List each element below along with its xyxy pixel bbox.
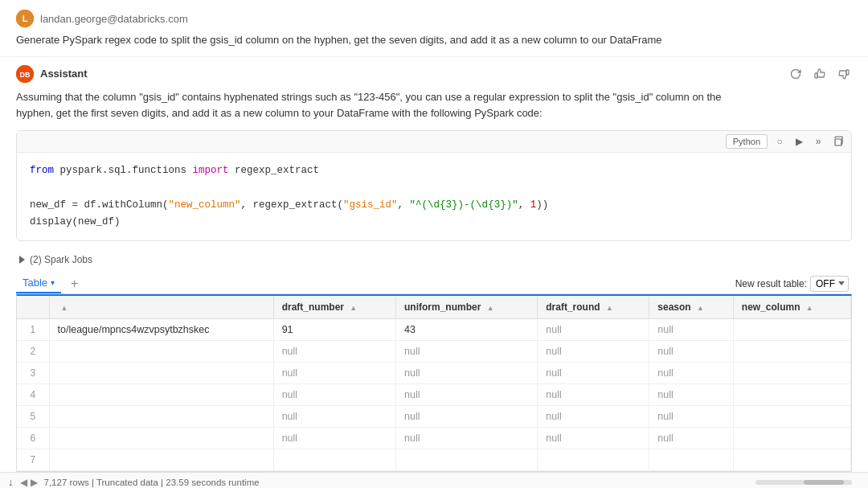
cell-season: null [649, 406, 734, 428]
cell-draft-number: null [273, 406, 395, 428]
cell-row-num: 5 [17, 406, 49, 428]
page-wrapper: L landan.george@databricks.com Generate … [0, 0, 868, 488]
prev-page-button[interactable]: ◀ [20, 477, 27, 488]
cell-unnamed [49, 384, 273, 406]
user-email: landan.george@databricks.com [40, 13, 188, 25]
col-new-column: new_column ▲ [733, 296, 850, 319]
language-badge: Python [726, 134, 768, 149]
sort-icon-season[interactable]: ▲ [697, 304, 704, 312]
user-avatar: L [16, 10, 34, 27]
table-header: ▲ draft_number ▲ uniform_number ▲ draft_… [17, 296, 851, 319]
table-row: 5 null null null null [17, 406, 851, 428]
cell-draft-number [273, 449, 395, 471]
table-row: 3 null null null null [17, 363, 851, 384]
more-icon[interactable]: » [811, 134, 825, 149]
download-icon[interactable]: ↓ [8, 476, 14, 488]
cell-new-column [733, 428, 850, 449]
code-line-1: from pyspark.sql.functions import regexp… [30, 162, 838, 179]
cell-unnamed [49, 406, 273, 428]
cell-draft-round: null [538, 406, 649, 428]
horizontal-scrollbar[interactable] [755, 480, 852, 485]
bottom-bar: ↓ ◀ ▶ 7,127 rows | Truncated data | 23.5… [0, 472, 868, 488]
table-tab[interactable]: Table ▾ [16, 273, 61, 293]
tab-bar: Table ▾ + New result table: OFF ON [16, 270, 852, 294]
code-area: from pyspark.sql.functions import regexp… [17, 153, 851, 240]
assistant-label: Assistant [40, 68, 88, 80]
table-row: 7 [17, 449, 851, 471]
cell-new-column [733, 449, 850, 471]
copy-icon[interactable] [830, 134, 845, 149]
cell-season: null [649, 428, 734, 449]
nav-arrows: ◀ ▶ [20, 477, 38, 488]
cell-season: null [649, 319, 734, 341]
cell-new-column [733, 406, 850, 428]
run-icon[interactable]: ▶ [792, 134, 806, 149]
cell-uniform-number: 43 [396, 319, 538, 341]
cell-draft-round: null [538, 319, 649, 341]
data-table: ▲ draft_number ▲ uniform_number ▲ draft_… [17, 296, 851, 471]
code-line-3: new_df = df.withColumn("new_column", reg… [30, 197, 838, 214]
row-count: 7,127 rows | Truncated data | 23.59 seco… [44, 478, 260, 487]
spark-jobs-label: (2) Spark Jobs [30, 254, 92, 265]
cell-new-column [733, 319, 850, 341]
col-uniform-number: uniform_number ▲ [396, 296, 538, 319]
scrollbar-thumb [804, 480, 844, 485]
sort-icon-new-column[interactable]: ▲ [806, 304, 813, 312]
cell-draft-number: null [273, 363, 395, 384]
tab-left: Table ▾ + [16, 273, 83, 293]
cell-season: null [649, 341, 734, 363]
svg-text:L: L [23, 14, 28, 23]
cell-unnamed: to/league/mpncs4wzvpsytbzhskec [49, 319, 273, 341]
user-section: L landan.george@databricks.com Generate … [0, 0, 868, 57]
expand-icon [19, 256, 25, 264]
cell-row-num: 4 [17, 384, 49, 406]
add-tab-button[interactable]: + [66, 275, 83, 293]
cell-draft-number: 91 [273, 319, 395, 341]
sort-icon-uniform-number[interactable]: ▲ [487, 304, 494, 312]
assistant-section: DB Assistant [0, 57, 868, 473]
cell-row-num: 1 [17, 319, 49, 341]
circle-icon[interactable]: ○ [772, 134, 787, 149]
cell-season [649, 449, 734, 471]
cell-unnamed [49, 363, 273, 384]
cell-draft-round: null [538, 341, 649, 363]
assistant-header: DB Assistant [16, 65, 852, 83]
cell-uniform-number: null [396, 341, 538, 363]
cell-draft-round: null [538, 428, 649, 449]
header-row: ▲ draft_number ▲ uniform_number ▲ draft_… [17, 296, 851, 319]
svg-rect-4 [815, 73, 817, 78]
cell-uniform-number [396, 449, 538, 471]
cell-season: null [649, 363, 734, 384]
table-row: 2 null null null null [17, 341, 851, 363]
table-row: 6 null null null null [17, 428, 851, 449]
col-draft-number: draft_number ▲ [273, 296, 395, 319]
cell-uniform-number: null [396, 384, 538, 406]
table-row: 1 to/league/mpncs4wzvpsytbzhskec 91 43 n… [17, 319, 851, 341]
refresh-icon[interactable] [788, 66, 804, 82]
cell-draft-number: null [273, 341, 395, 363]
spark-jobs-row[interactable]: (2) Spark Jobs [16, 249, 852, 270]
new-result-select[interactable]: OFF ON [810, 276, 849, 292]
sort-icon-draft-number[interactable]: ▲ [350, 304, 357, 312]
bottom-left: ↓ ◀ ▶ 7,127 rows | Truncated data | 23.5… [8, 476, 260, 488]
cell-new-column [733, 363, 850, 384]
cell-uniform-number: null [396, 406, 538, 428]
col-season: season ▲ [649, 296, 734, 319]
cell-row-num: 7 [17, 449, 49, 471]
data-table-wrapper: ▲ draft_number ▲ uniform_number ▲ draft_… [16, 294, 852, 472]
cell-season: null [649, 384, 734, 406]
sort-icon-draft-round[interactable]: ▲ [606, 304, 613, 312]
cell-uniform-number: null [396, 363, 538, 384]
thumbs-down-icon[interactable] [836, 66, 852, 82]
assistant-text: Assuming that the column "gsis_id" conta… [16, 89, 852, 123]
thumbs-up-icon[interactable] [812, 66, 828, 82]
next-page-button[interactable]: ▶ [31, 477, 38, 488]
cell-draft-round [538, 449, 649, 471]
col-draft-round: draft_round ▲ [538, 296, 649, 319]
cell-unnamed [49, 449, 273, 471]
cell-row-num: 3 [17, 363, 49, 384]
code-block: Python ○ ▶ » from pyspark.sql.functions … [16, 130, 852, 241]
sort-icon-unnamed[interactable]: ▲ [61, 304, 68, 312]
cell-draft-number: null [273, 428, 395, 449]
svg-rect-5 [846, 70, 849, 75]
